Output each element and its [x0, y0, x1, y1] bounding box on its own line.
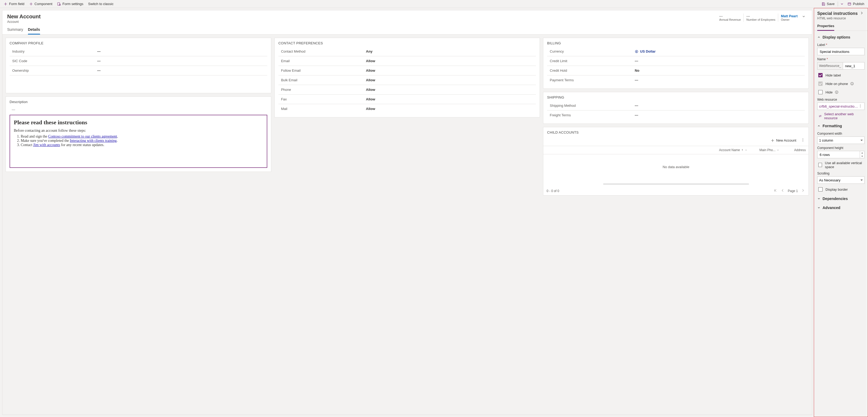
page-next-button[interactable] — [801, 188, 805, 194]
section-child-accounts[interactable]: CHILD ACCOUNTS New Account — [543, 127, 809, 195]
webres-link[interactable]: Contoso commitment to our clients agreem… — [48, 134, 117, 138]
component-width-label: Component width — [817, 132, 865, 135]
header-stat[interactable]: Matt Peart Owner — [778, 13, 800, 22]
form-settings-button[interactable]: Form settings — [55, 1, 86, 7]
svg-rect-9 — [852, 84, 852, 85]
field-label: Email — [278, 56, 366, 66]
section-description[interactable]: Description --- Please read these instru… — [6, 96, 271, 172]
chevron-down-icon — [817, 206, 820, 209]
webres-link[interactable]: Jim with accounts — [33, 143, 60, 147]
web-resource-more-button[interactable] — [858, 104, 863, 109]
publish-label: Publish — [853, 2, 864, 6]
section-company-profile[interactable]: COMPANY PROFILE Industry--- SIC Code--- … — [6, 38, 271, 93]
hide-label-checkbox[interactable]: Hide label — [817, 72, 865, 78]
field-row[interactable]: EmailAllow — [278, 56, 536, 66]
header-stat[interactable]: --- Annual Revenue — [717, 13, 743, 22]
field-row[interactable]: Industry--- — [9, 47, 267, 56]
swap-icon — [818, 114, 822, 118]
tab-details[interactable]: Details — [28, 25, 40, 34]
component-button[interactable]: Component — [27, 1, 55, 7]
field-row[interactable]: PhoneAllow — [278, 85, 536, 95]
new-account-button[interactable]: New Account — [769, 137, 798, 143]
field-row[interactable]: Credit Limit--- — [547, 56, 805, 66]
field-row[interactable]: Currency US Dollar — [547, 47, 805, 56]
switch-classic-label: Switch to classic — [88, 2, 114, 6]
use-all-space-checkbox[interactable]: Use all available vertical space — [817, 161, 865, 169]
page-indicator: Page 1 — [788, 189, 798, 193]
section-display-options[interactable]: Display options — [817, 33, 865, 41]
field-label: Mail — [278, 104, 366, 114]
height-step-up[interactable]: ▲ — [860, 151, 864, 155]
panel-title: Special instructions — [817, 11, 858, 16]
form-field-button[interactable]: Form field — [2, 1, 27, 7]
field-value: --- — [97, 50, 101, 53]
section-advanced[interactable]: Advanced — [817, 204, 865, 212]
subgrid-scrollbar[interactable] — [603, 183, 749, 185]
col-account-name[interactable]: Account Name — [543, 146, 750, 154]
panel-tab-properties[interactable]: Properties — [817, 22, 834, 31]
select-another-web-resource[interactable]: Select another web resource — [817, 110, 865, 121]
tab-summary[interactable]: Summary — [7, 25, 23, 34]
panel-collapse-button[interactable] — [858, 11, 865, 16]
publish-button[interactable]: Publish — [845, 1, 866, 7]
field-row[interactable]: Shipping Method--- — [547, 101, 805, 110]
chevron-up-icon — [817, 36, 820, 39]
name-input[interactable] — [843, 62, 865, 70]
hide-checkbox[interactable]: Hide — [817, 89, 865, 95]
section-contact-preferences[interactable]: CONTACT PREFERENCES Contact MethodAny Em… — [275, 38, 540, 118]
component-height-input[interactable] — [817, 151, 860, 158]
page-prev-button[interactable] — [780, 188, 785, 194]
section-shipping[interactable]: SHIPPING Shipping Method--- Freight Term… — [543, 92, 809, 124]
page-first-button[interactable] — [773, 188, 778, 194]
field-row[interactable]: Freight Terms--- — [547, 110, 805, 120]
webres-link[interactable]: Interacting with clients training — [70, 139, 117, 142]
field-row[interactable]: SIC Code--- — [9, 56, 267, 66]
web-resource-lookup[interactable]: crfb6_special-instructions — [817, 102, 865, 110]
webres-intro: Before contacting an account follow thes… — [14, 129, 263, 133]
section-formatting[interactable]: Formatting — [817, 122, 865, 130]
col-address[interactable]: Address — [782, 146, 808, 154]
scrolling-label: Scrolling — [817, 171, 865, 175]
form-tabs: Summary Details — [2, 24, 812, 35]
field-value: --- — [635, 59, 638, 63]
stat-value: --- — [719, 14, 741, 18]
field-row[interactable]: Payment Terms--- — [547, 75, 805, 85]
field-value: --- — [635, 104, 638, 107]
chevron-left-icon — [781, 189, 784, 192]
save-icon — [822, 2, 825, 6]
scrolling-select[interactable]: As Necessary — [817, 177, 865, 184]
form-surface[interactable]: COMPANY PROFILE Industry--- SIC Code--- … — [2, 35, 812, 415]
section-title: CHILD ACCOUNTS — [543, 127, 808, 136]
separator — [838, 2, 838, 6]
subgrid-more-button[interactable] — [800, 137, 806, 144]
switch-classic-button[interactable]: Switch to classic — [86, 1, 116, 7]
selected-web-resource[interactable]: Please read these instructions Before co… — [9, 115, 267, 168]
section-dependencies[interactable]: Dependencies — [817, 195, 865, 202]
save-dropdown-button[interactable] — [839, 1, 845, 7]
chevron-down-icon — [840, 2, 844, 6]
field-row[interactable]: Follow EmailAllow — [278, 66, 536, 75]
section-billing[interactable]: BILLING Currency US Dollar Credit Limi — [543, 38, 809, 89]
svg-point-11 — [836, 91, 837, 92]
field-row[interactable]: FaxAllow — [278, 95, 536, 104]
svg-point-15 — [860, 107, 861, 107]
field-row[interactable]: Credit HoldNo — [547, 66, 805, 75]
component-width-select[interactable]: 1 column — [817, 136, 865, 144]
svg-point-13 — [860, 104, 861, 105]
save-button[interactable]: Save — [819, 1, 837, 7]
label-input[interactable] — [817, 48, 865, 55]
header-stat[interactable]: --- Number of Employees — [743, 13, 778, 22]
header-expand-button[interactable] — [800, 13, 807, 20]
chevron-down-icon — [745, 149, 747, 151]
display-border-checkbox[interactable]: Display border — [817, 187, 865, 192]
form-preview: New Account Account --- Annual Revenue -… — [2, 10, 812, 415]
field-label: Contact Method — [278, 47, 366, 56]
field-row[interactable]: Ownership--- — [9, 66, 267, 75]
field-row[interactable]: MailAllow — [278, 104, 536, 114]
height-step-down[interactable]: ▼ — [860, 155, 864, 158]
field-row[interactable]: Contact MethodAny — [278, 47, 536, 56]
field-row[interactable]: Bulk EmailAllow — [278, 75, 536, 85]
col-main-phone[interactable]: Main Pho... — [750, 146, 782, 154]
stat-label: Annual Revenue — [719, 18, 741, 21]
hide-on-phone-checkbox[interactable]: Hide on phone — [817, 81, 865, 87]
